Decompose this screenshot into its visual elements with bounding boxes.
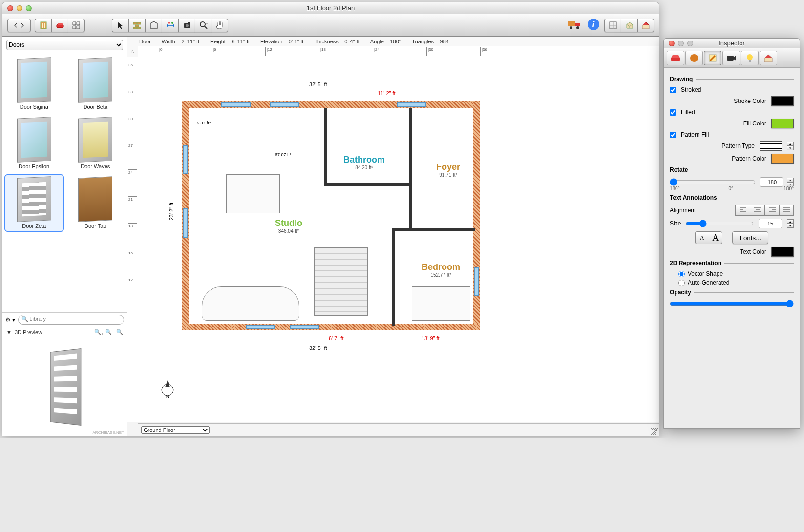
stroked-checkbox[interactable]	[670, 87, 676, 93]
inspector-tab-lights[interactable]	[741, 51, 759, 65]
truck-icon[interactable]	[567, 18, 583, 33]
fill-color-swatch[interactable]	[771, 119, 794, 128]
tool-pan[interactable]	[212, 19, 228, 32]
view-2d-button[interactable]	[604, 19, 621, 32]
tool-selection[interactable]	[112, 19, 128, 32]
inspector-tab-building[interactable]	[760, 51, 777, 65]
size-stepper[interactable]: ▴▾	[787, 219, 794, 228]
library-misc-button[interactable]	[68, 19, 85, 32]
interior-wall[interactable]	[392, 228, 395, 326]
library-search-input[interactable]	[29, 316, 120, 322]
align-right-button[interactable]	[764, 205, 779, 216]
window[interactable]	[474, 267, 479, 296]
inspector-tab-furniture[interactable]	[667, 51, 684, 65]
inspector-tab-drawing[interactable]	[704, 51, 721, 65]
tool-camera[interactable]	[178, 19, 195, 32]
library-furniture-button[interactable]	[51, 19, 68, 32]
watermark: ARCHIBASE.NET	[93, 430, 124, 435]
floor-selector[interactable]: Ground Floor	[141, 426, 210, 434]
opacity-slider[interactable]	[670, 300, 794, 307]
nav-arrows-button[interactable]	[7, 19, 31, 32]
size-value[interactable]	[759, 219, 782, 228]
zoom-in-icon[interactable]: 🔍+	[94, 329, 104, 336]
auto-generated-radio[interactable]	[678, 280, 685, 286]
window[interactable]	[246, 325, 275, 329]
text-color-swatch[interactable]	[771, 247, 794, 257]
inspector-body: Drawing Stroked Stroke Color Filled Fill…	[664, 68, 800, 428]
window-resize-handle[interactable]	[651, 428, 658, 435]
library-item[interactable]: Door Beta	[66, 55, 126, 113]
wall[interactable]	[182, 324, 480, 330]
tool-wall[interactable]	[128, 19, 145, 32]
window[interactable]	[221, 102, 251, 107]
size-slider[interactable]	[686, 220, 754, 227]
window[interactable]	[290, 325, 319, 329]
furniture-table[interactable]	[226, 174, 280, 213]
dimension: 32' 5" ft	[309, 345, 327, 351]
pattern-type-swatch[interactable]	[760, 141, 782, 151]
inspector-close-button[interactable]	[669, 41, 675, 46]
window[interactable]	[183, 208, 188, 238]
library-search[interactable]	[18, 315, 124, 325]
svg-rect-2	[44, 23, 45, 28]
furniture-stairs[interactable]	[314, 247, 368, 316]
info-icon[interactable]: i	[587, 18, 600, 33]
library-doors-button[interactable]	[35, 19, 51, 32]
view-home-button[interactable]	[637, 19, 654, 32]
align-justify-button[interactable]	[779, 205, 794, 216]
window[interactable]	[397, 102, 426, 107]
library-category-select[interactable]: Doors	[6, 40, 123, 50]
preview-3d-viewport[interactable]: ARCHIBASE.NET	[2, 338, 127, 436]
tool-dimension[interactable]	[162, 19, 178, 32]
library-item[interactable]: Door Sigma	[4, 55, 64, 113]
font-large-button[interactable]: A	[709, 231, 722, 244]
svg-rect-8	[133, 27, 137, 29]
pattern-color-swatch[interactable]	[771, 154, 794, 164]
interior-wall[interactable]	[392, 228, 475, 231]
pattern-type-stepper[interactable]: ▴▾	[787, 142, 794, 150]
rotate-mid-label: 0°	[729, 186, 734, 191]
minimize-window-button[interactable]	[17, 5, 22, 11]
zoom-fit-icon[interactable]: 🔍	[116, 329, 123, 336]
library-item[interactable]: Door Epsilon	[4, 115, 64, 172]
font-small-button[interactable]: A	[695, 231, 709, 244]
library-item-label: Door Tau	[69, 223, 123, 229]
inspector-titlebar: Inspector	[664, 39, 800, 48]
tool-zoom[interactable]: ▾	[195, 19, 212, 32]
drawing-viewport[interactable]: Studio346.04 ft² Bathroom84.20 ft² Foyer…	[138, 57, 659, 422]
align-left-button[interactable]	[735, 205, 750, 216]
svg-point-31	[747, 54, 753, 60]
furniture-bed[interactable]	[412, 286, 470, 321]
align-center-button[interactable]	[750, 205, 764, 216]
disclosure-triangle-icon[interactable]: ▼	[6, 329, 12, 335]
close-window-button[interactable]	[7, 5, 13, 11]
stroke-color-swatch[interactable]	[771, 96, 794, 106]
view-3d-button[interactable]	[621, 19, 637, 32]
svg-rect-1	[42, 23, 43, 28]
window[interactable]	[183, 145, 188, 174]
interior-wall[interactable]	[324, 183, 412, 186]
zoom-window-button[interactable]	[26, 5, 32, 11]
inspector-minimize-button[interactable]	[678, 41, 684, 46]
pattern-fill-checkbox[interactable]	[670, 132, 676, 138]
fonts-button[interactable]: Fonts...	[732, 231, 768, 244]
library-item[interactable]: Door Tau	[66, 174, 126, 232]
zoom-out-icon[interactable]: 🔍−	[105, 329, 114, 336]
rotate-stepper[interactable]: ▴▾	[787, 178, 794, 186]
inspector-tab-materials[interactable]	[685, 51, 703, 65]
furniture-sofa[interactable]	[202, 286, 299, 321]
library-item[interactable]: Door Waves	[66, 115, 126, 172]
rotate-value[interactable]	[760, 177, 783, 187]
library-item[interactable]: Door Zeta	[4, 174, 64, 232]
interior-wall[interactable]	[324, 108, 327, 186]
interior-wall[interactable]	[409, 108, 412, 230]
inspector-tab-cameras[interactable]	[722, 51, 740, 65]
inspector-zoom-button[interactable]	[687, 41, 693, 46]
gear-icon[interactable]: ⚙ ▾	[5, 316, 15, 323]
library-item-label: Door Epsilon	[7, 164, 61, 169]
vector-shape-radio[interactable]	[678, 271, 685, 277]
filled-checkbox[interactable]	[670, 109, 676, 116]
window[interactable]	[270, 102, 299, 107]
tool-room[interactable]	[145, 19, 162, 32]
rotate-slider[interactable]	[670, 178, 756, 186]
